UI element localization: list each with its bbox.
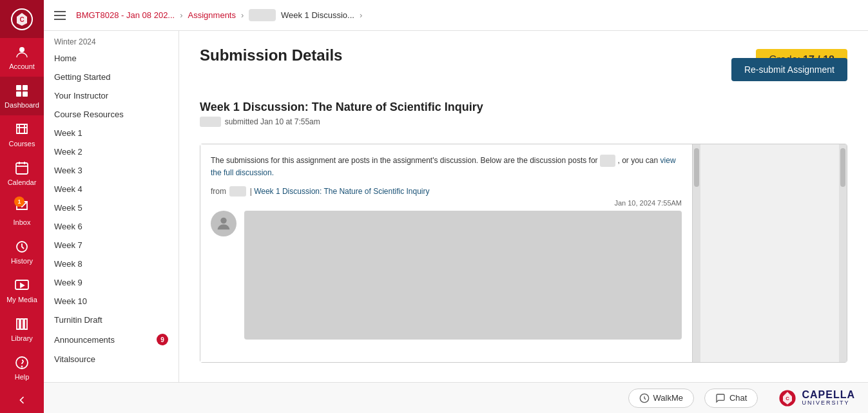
nav-link-week1[interactable]: Week 1 — [44, 124, 178, 142]
nav-link-week4[interactable]: Week 4 — [44, 180, 178, 198]
nav-season: Winter 2024 — [44, 31, 178, 49]
sidebar-item-help[interactable]: Help — [0, 349, 44, 387]
nav-sidebar: Winter 2024 Home Getting Started Your In… — [44, 31, 179, 382]
post-timestamp: Jan 10, 2024 7:55AM — [211, 199, 682, 207]
svg-rect-4 — [23, 85, 28, 90]
nav-link-week10[interactable]: Week 10 — [44, 292, 178, 311]
nav-link-course-resources[interactable]: Course Resources — [44, 105, 178, 124]
topbar: BMGT8028 - Jan 08 202... › Assignments ›… — [44, 0, 868, 31]
resubmit-button[interactable]: Re-submit Assignment — [731, 58, 847, 81]
sidebar-item-history[interactable]: History — [0, 233, 44, 271]
scrollbar-thumb — [694, 148, 699, 187]
left-sidebar: C Account Dashboard Courses Calendar 1 I… — [0, 0, 44, 413]
discussion-panel: The submissions for this assignment are … — [200, 144, 847, 363]
breadcrumb-assignments[interactable]: Assignments — [188, 10, 236, 20]
sidebar-library-label: Library — [11, 334, 33, 342]
sidebar-scrollbar[interactable] — [839, 144, 847, 362]
from-pill — [229, 186, 246, 197]
courseroom-logo[interactable]: C — [0, 0, 44, 38]
svg-rect-3 — [16, 85, 21, 90]
sidebar-collapse-button[interactable] — [0, 387, 44, 413]
discussion-main: The submissions for this assignment are … — [200, 144, 693, 362]
user-pill — [600, 155, 615, 167]
capella-logo-text: CAPELLA UNIVERSITY — [802, 389, 855, 407]
nav-link-week8[interactable]: Week 8 — [44, 255, 178, 273]
sidebar-history-label: History — [11, 257, 33, 265]
svg-rect-7 — [16, 163, 28, 174]
main-container: BMGT8028 - Jan 08 202... › Assignments ›… — [44, 0, 868, 413]
nav-link-home[interactable]: Home — [44, 49, 178, 68]
post-content — [211, 211, 682, 340]
nav-link-week3[interactable]: Week 3 — [44, 161, 178, 180]
hamburger-menu[interactable] — [54, 11, 66, 20]
capella-logo: C CAPELLA UNIVERSITY — [778, 389, 855, 407]
walkme-button[interactable]: WalkMe — [628, 389, 694, 408]
sidebar-courses-label: Courses — [9, 140, 35, 148]
nav-link-week6[interactable]: Week 6 — [44, 217, 178, 236]
submitted-text: submitted Jan 10 at 7:55am — [225, 117, 320, 126]
nav-link-week2[interactable]: Week 2 — [44, 142, 178, 161]
submitted-info: submitted Jan 10 at 7:55am — [200, 117, 483, 127]
inbox-badge: 1 — [14, 197, 24, 207]
sidebar-scrollbar-thumb — [840, 148, 845, 187]
assignment-title: Week 1 Discussion: The Nature of Scienti… — [200, 101, 483, 114]
sidebar-account-label: Account — [9, 62, 35, 70]
nav-link-turnitin[interactable]: Turnitin Draft — [44, 311, 178, 329]
svg-text:C: C — [786, 395, 790, 401]
svg-point-11 — [22, 367, 23, 367]
sidebar-calendar-label: Calendar — [8, 178, 37, 186]
svg-point-12 — [220, 217, 226, 223]
nav-link-getting-started[interactable]: Getting Started — [44, 68, 178, 86]
svg-rect-5 — [16, 91, 21, 97]
footer: WalkMe Chat C CAPELLA UNIVERSITY — [44, 382, 868, 413]
capella-name: CAPELLA — [802, 389, 855, 401]
nav-link-vitalsource[interactable]: Vitalsource — [44, 350, 178, 369]
nav-link-week9[interactable]: Week 9 — [44, 273, 178, 292]
svg-text:C: C — [19, 16, 24, 23]
sidebar-item-my-media[interactable]: My Media — [0, 271, 44, 310]
discussion-sidebar — [700, 144, 839, 362]
sidebar-inbox-label: Inbox — [14, 218, 31, 226]
sidebar-item-account[interactable]: Account — [0, 38, 44, 77]
capella-university: UNIVERSITY — [802, 400, 855, 407]
from-line: from | Week 1 Discussion: The Nature of … — [211, 186, 682, 197]
breadcrumb-sep-1: › — [180, 10, 182, 20]
nav-link-announcements[interactable]: Announcements 9 — [44, 329, 178, 350]
sidebar-item-calendar[interactable]: Calendar — [0, 154, 44, 193]
capella-logo-icon: C — [778, 389, 796, 407]
submitted-pill — [200, 117, 221, 127]
sidebar-item-library[interactable]: Library — [0, 310, 44, 349]
content-area: Winter 2024 Home Getting Started Your In… — [44, 31, 868, 382]
announcements-badge: 9 — [157, 334, 168, 345]
main-content: Submission Details Grade:17 / 18 Week 1 … — [179, 31, 868, 382]
nav-link-instructor[interactable]: Your Instructor — [44, 86, 178, 105]
user-avatar — [211, 211, 236, 236]
nav-link-week5[interactable]: Week 5 — [44, 198, 178, 217]
sidebar-dashboard-label: Dashboard — [5, 101, 39, 109]
walkme-label: WalkMe — [653, 393, 683, 403]
svg-rect-6 — [23, 91, 28, 97]
breadcrumb-sep-3: › — [360, 10, 362, 20]
sidebar-item-courses[interactable]: Courses — [0, 115, 44, 154]
sidebar-mymedia-label: My Media — [6, 296, 37, 303]
sidebar-help-label: Help — [15, 373, 30, 381]
main-scrollbar[interactable] — [693, 144, 700, 362]
discussion-post-link[interactable]: Week 1 Discussion: The Nature of Scienti… — [254, 187, 429, 196]
chat-label: Chat — [729, 393, 747, 403]
chat-button[interactable]: Chat — [704, 389, 758, 408]
discussion-info-text: The submissions for this assignment are … — [211, 155, 682, 178]
breadcrumb-pill — [249, 9, 276, 21]
walkme-icon — [639, 393, 650, 403]
post-body — [244, 211, 682, 340]
breadcrumb-course[interactable]: BMGT8028 - Jan 08 202... — [76, 10, 175, 20]
nav-link-week7[interactable]: Week 7 — [44, 236, 178, 255]
sidebar-item-dashboard[interactable]: Dashboard — [0, 77, 44, 115]
sidebar-item-inbox[interactable]: 1 Inbox — [0, 193, 44, 233]
breadcrumb-discussion: Week 1 Discussio... — [281, 10, 354, 20]
breadcrumb-sep-2: › — [241, 10, 244, 20]
chat-icon — [715, 393, 726, 403]
svg-point-2 — [19, 47, 24, 52]
